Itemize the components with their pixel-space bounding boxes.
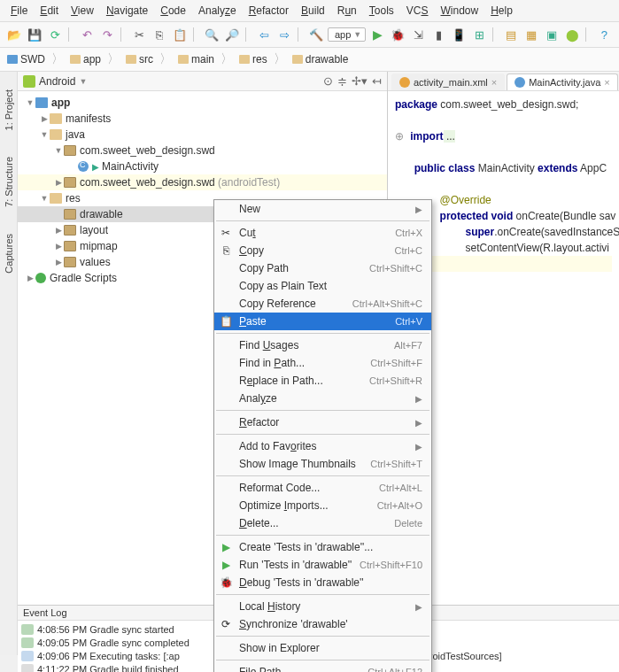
sidetab-structure[interactable]: 7: Structure — [4, 157, 14, 207]
context-menu-item[interactable]: Local History▶ — [214, 598, 431, 615]
menu-refactor[interactable]: Refactor — [244, 3, 294, 19]
menu-item-label: Synchronize 'drawable' — [239, 618, 348, 630]
context-menu-item[interactable]: Optimize Imports...Ctrl+Alt+O — [214, 497, 431, 514]
gradle-icon[interactable]: ▣ — [543, 26, 561, 43]
stop-icon[interactable]: ▮ — [429, 26, 447, 43]
context-menu-item[interactable]: Copy⎘Ctrl+C — [214, 242, 431, 259]
submenu-arrow-icon: ▶ — [415, 205, 422, 214]
build-icon[interactable]: 🔨 — [307, 26, 325, 43]
avd-icon[interactable]: 📱 — [450, 26, 468, 43]
module-selector[interactable]: app ▼ — [328, 27, 366, 42]
attach-icon[interactable]: ⇲ — [409, 26, 427, 43]
menu-vcs[interactable]: VCS — [401, 3, 434, 19]
gear-icon[interactable]: ✢▾ — [352, 74, 368, 88]
hide-icon[interactable]: ↤ — [372, 74, 382, 88]
structure-icon[interactable]: ▤ — [502, 26, 520, 43]
menu-help[interactable]: Help — [485, 3, 518, 19]
context-menu-item[interactable]: Paste📋Ctrl+V — [214, 313, 431, 330]
context-menu-item[interactable]: Delete...Delete — [214, 514, 431, 532]
paste-icon[interactable]: 📋 — [171, 26, 189, 43]
help-icon[interactable]: ? — [595, 26, 613, 43]
run-marker-icon: ▶ — [92, 162, 99, 172]
menu-item-label: File Path — [239, 666, 281, 672]
context-menu-item[interactable]: Cut✂Ctrl+X — [214, 224, 431, 242]
context-menu-item[interactable]: New▶ — [214, 200, 431, 218]
context-menu-item[interactable]: Create 'Tests in 'drawable''...▶ — [214, 538, 431, 556]
context-menu-item[interactable]: Reformat Code...Ctrl+Alt+L — [214, 479, 431, 497]
context-menu-item[interactable]: Debug 'Tests in 'drawable''🐞 — [214, 574, 431, 591]
tree-app[interactable]: ▼app — [18, 95, 387, 111]
menu-item-label: Reformat Code... — [239, 482, 320, 494]
sdk-icon[interactable]: ⊞ — [470, 26, 488, 43]
tree-java[interactable]: ▼java — [18, 127, 387, 143]
menu-code[interactable]: Code — [155, 3, 191, 19]
context-menu-item[interactable]: Synchronize 'drawable'⟳ — [214, 615, 431, 633]
project-view-label[interactable]: Android — [39, 75, 75, 88]
tree-mainactivity[interactable]: ▶MainActivity — [18, 158, 387, 174]
separator — [245, 27, 251, 42]
breadcrumb-item[interactable]: app — [68, 53, 103, 66]
separator — [216, 660, 429, 660]
menu-item-label: Debug 'Tests in 'drawable'' — [239, 576, 364, 589]
menu-view[interactable]: View — [66, 3, 99, 19]
menu-file[interactable]: File — [5, 3, 33, 19]
context-menu-item[interactable]: Replace in Path...Ctrl+Shift+R — [214, 372, 431, 390]
menu-analyze[interactable]: Analyze — [193, 3, 242, 19]
android-icon[interactable]: ⬤ — [563, 26, 581, 43]
context-menu-item[interactable]: Show in Explorer — [214, 639, 431, 657]
context-menu-item[interactable]: Find in Path...Ctrl+Shift+F — [214, 354, 431, 372]
sidetab-project[interactable]: 1: Project — [4, 89, 14, 130]
tab-activity-main[interactable]: activity_main.xml× — [391, 73, 505, 90]
menu-tools[interactable]: Tools — [364, 3, 399, 19]
replace-icon[interactable]: 🔎 — [223, 26, 241, 43]
cut-icon[interactable]: ✂ — [130, 26, 148, 43]
menu-item-label: Add to Favorites — [239, 440, 316, 452]
separator — [216, 410, 429, 411]
chevron-down-icon[interactable]: ▼ — [79, 77, 87, 86]
tab-mainactivity[interactable]: MainActivity.java× — [507, 73, 618, 90]
context-menu-item[interactable]: Copy as Plain Text — [214, 277, 431, 295]
collapse-icon[interactable]: ⊙ — [323, 74, 333, 88]
context-menu-item[interactable]: Find UsagesAlt+F7 — [214, 336, 431, 354]
tree-pkg2[interactable]: ▶com.sweet_web_design.swd (androidTest) — [18, 174, 387, 190]
forward-icon[interactable]: ⇨ — [275, 26, 293, 43]
close-icon[interactable]: × — [491, 77, 497, 88]
breadcrumb-item[interactable]: src — [124, 53, 155, 66]
tree-pkg1[interactable]: ▼com.sweet_web_design.swd — [18, 143, 387, 158]
context-menu-item[interactable]: Add to Favorites▶ — [214, 437, 431, 455]
find-icon[interactable]: 🔍 — [203, 26, 221, 43]
chevron-down-icon: ▼ — [353, 30, 361, 39]
breadcrumb-item[interactable]: main — [176, 53, 216, 66]
project-icon — [7, 55, 18, 64]
menu-window[interactable]: Window — [435, 3, 484, 19]
close-icon[interactable]: × — [604, 77, 609, 88]
context-menu-item[interactable]: Run 'Tests in 'drawable''▶Ctrl+Shift+F10 — [214, 556, 431, 574]
menu-run[interactable]: Run — [332, 3, 362, 19]
context-menu-item[interactable]: Analyze▶ — [214, 390, 431, 407]
open-icon[interactable]: 📂 — [5, 26, 23, 43]
debug-icon[interactable]: 🐞 — [389, 26, 406, 43]
breadcrumb-item[interactable]: res — [237, 53, 269, 66]
menu-build[interactable]: Build — [296, 3, 330, 19]
back-icon[interactable]: ⇦ — [255, 26, 273, 43]
tree-manifests[interactable]: ▶manifests — [18, 111, 387, 127]
redo-icon[interactable]: ↷ — [98, 26, 116, 43]
breadcrumb-item[interactable]: drawable — [290, 53, 351, 66]
menu-item-label: Replace in Path... — [239, 375, 323, 387]
breadcrumb-root[interactable]: SWD — [5, 53, 47, 66]
context-menu-item[interactable]: Copy ReferenceCtrl+Alt+Shift+C — [214, 295, 431, 313]
context-menu-item[interactable]: Refactor▶ — [214, 413, 431, 431]
layers-icon[interactable]: ▦ — [522, 26, 540, 43]
context-menu-item[interactable]: Show Image ThumbnailsCtrl+Shift+T — [214, 455, 431, 473]
save-icon[interactable]: 💾 — [26, 26, 43, 43]
sync-icon[interactable]: ⟳ — [46, 26, 64, 43]
sidetab-captures[interactable]: Captures — [4, 234, 14, 274]
expand-icon[interactable]: ≑ — [337, 74, 347, 88]
run-icon[interactable]: ▶ — [368, 26, 386, 43]
copy-icon[interactable]: ⎘ — [151, 26, 168, 43]
context-menu-item[interactable]: File PathCtrl+Alt+F12 — [214, 663, 431, 672]
menu-navigate[interactable]: Navigate — [101, 3, 153, 19]
menu-edit[interactable]: Edit — [35, 3, 64, 19]
undo-icon[interactable]: ↶ — [78, 26, 96, 43]
context-menu-item[interactable]: Copy PathCtrl+Shift+C — [214, 259, 431, 277]
